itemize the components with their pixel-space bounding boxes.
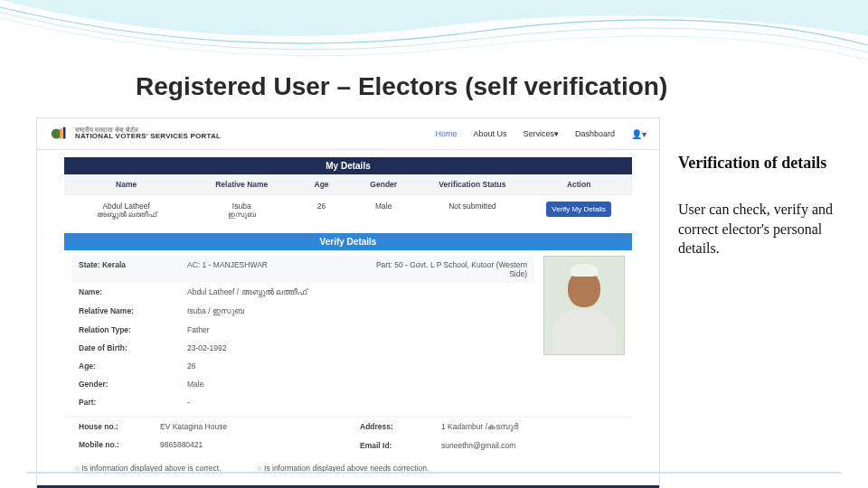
age-label: Age: [79,361,187,371]
verify-details-panel: Verify Details State: Kerala AC: 1 - MAN… [64,233,632,478]
relname-value: Isuba / ഇസുബ [187,306,527,316]
elector-photo [543,256,625,355]
svg-rect-1 [60,129,62,139]
house-label: House no.: [79,422,160,431]
side-body: User can check, verify and correct elect… [678,200,850,258]
slide-title: Registered User – Electors (self verific… [136,72,667,101]
cell-age: 26 [295,194,348,226]
col-action: Action [525,174,632,194]
mobile-value: 9865880421 [160,440,336,449]
app-nav: Home About Us Services▾ Dashboard [435,129,615,138]
partno-value: - [187,398,527,407]
col-gender: Gender [348,174,420,194]
house-value: EV Katagina House [160,422,336,431]
eci-logo-icon [50,124,70,144]
cell-gender: Male [348,194,420,226]
cell-relname: Isuba ഇസുബ [188,194,295,226]
my-details-title: My Details [64,157,632,174]
dob-label: Date of Birth: [79,343,187,352]
user-menu[interactable]: 👤▾ [631,129,646,139]
mobile-label: Mobile no.: [79,440,160,449]
address-label: Address: [360,422,441,432]
user-icon: 👤 [631,129,642,139]
col-age: Age [295,174,348,194]
chevron-down-icon: ▾ [642,129,646,139]
age-value: 26 [187,361,527,371]
cell-name: Abdul Latheef അബ്ദുൽ ലത്തീഫ് [64,194,188,226]
partno-label: Part: [79,398,187,407]
verify-details-title: Verify Details [64,233,632,250]
col-status: Verification Status [420,174,526,194]
brand-line2: NATIONAL VOTERS' SERVICES PORTAL [75,133,221,141]
side-text: Verification of details User can check, … [678,117,850,488]
nav-about[interactable]: About Us [473,129,506,138]
name-label: Name: [79,287,187,297]
app-header: राष्ट्रीय मतदाता सेवा पोर्टल NATIONAL VO… [37,118,659,150]
decorative-underline [27,472,841,474]
ac-value: AC: 1 - MANJESHWAR [187,260,357,278]
col-relname: Relative Name [188,174,295,194]
part-value: Part: 50 - Govt. L P School, Kutoor (Wes… [357,260,527,278]
chevron-down-icon: ▾ [554,129,559,138]
cell-status: Not submitted [420,194,526,226]
dob-value: 23-02-1992 [187,343,527,352]
app-brand: राष्ट्रीय मतदाता सेवा पोर्टल NATIONAL VO… [50,124,221,144]
email-label: Email Id: [360,441,441,450]
gender-label: Gender: [79,380,187,389]
state-label: State: Kerala [79,260,187,278]
side-heading: Verification of details [678,154,850,173]
my-details-table: Name Relative Name Age Gender Verificati… [64,174,632,226]
verify-my-details-button[interactable]: Verify My Details [546,202,611,217]
correction-radios: Is information displayed above is correc… [64,458,632,478]
nav-home[interactable]: Home [435,129,457,138]
my-details-panel: My Details Name Relative Name Age Gender… [64,157,632,226]
reltype-label: Relation Type: [79,325,187,334]
reltype-value: Father [187,325,527,334]
svg-rect-2 [63,127,66,139]
nav-services[interactable]: Services▾ [523,129,559,138]
relname-label: Relative Name: [79,306,187,316]
address-value: 1 Kadambur /കടമ്പൂർ [441,422,618,432]
col-name: Name [64,174,188,194]
decorative-wave [0,0,868,72]
app-screenshot: राष्ट्रीय मतदाता सेवा पोर्टल NATIONAL VO… [36,117,660,488]
email-value: suneethn@gmail.com [441,441,618,450]
nav-dashboard[interactable]: Dashboard [575,129,615,138]
name-value: Abdul Latheef / അബ്ദുൽ ലത്തീഫ് [187,287,527,297]
gender-value: Male [187,380,527,389]
cell-action: Verify My Details [525,194,632,226]
